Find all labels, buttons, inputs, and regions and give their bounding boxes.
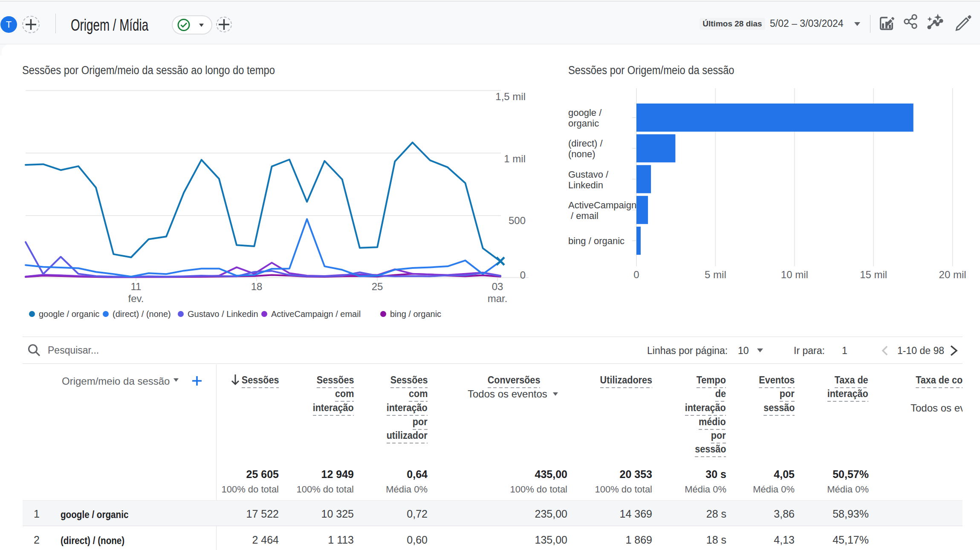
svg-text:/ email: / email — [568, 210, 598, 221]
svg-text:ActiveCampaign: ActiveCampaign — [568, 200, 636, 210]
svg-text:(direct) /: (direct) / — [568, 138, 603, 149]
svg-text:20 mil: 20 mil — [939, 269, 966, 280]
svg-text:0: 0 — [633, 269, 639, 280]
svg-text:bing / organic: bing / organic — [568, 236, 624, 246]
svg-text:10 mil: 10 mil — [781, 269, 808, 280]
svg-text:Linkedin: Linkedin — [568, 180, 603, 190]
svg-text:5 mil: 5 mil — [705, 269, 726, 280]
svg-text:organic: organic — [568, 118, 599, 129]
svg-text:15 mil: 15 mil — [860, 269, 887, 280]
svg-text:google /: google / — [568, 107, 602, 118]
svg-text:(none): (none) — [568, 149, 596, 159]
svg-text:Gustavo /: Gustavo / — [568, 169, 609, 180]
